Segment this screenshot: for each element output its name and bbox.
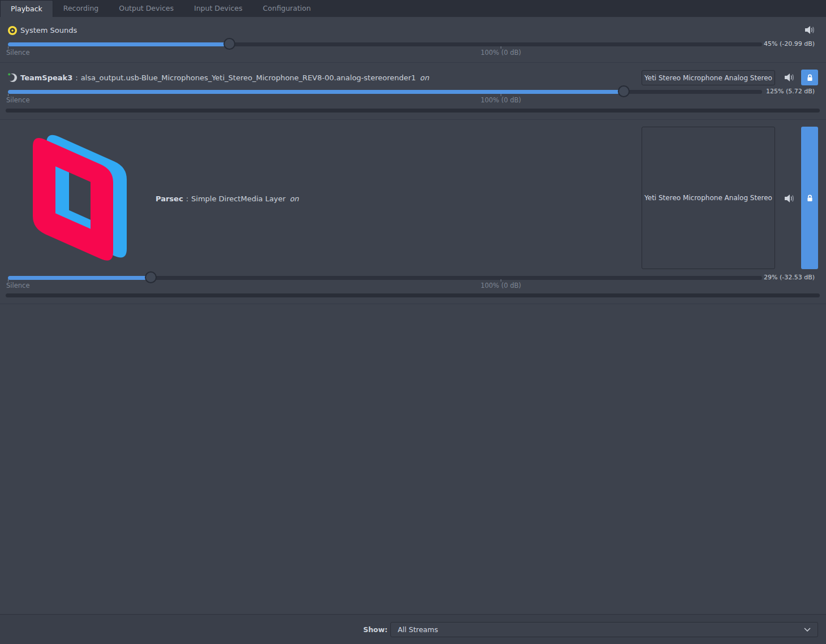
parsec-mute-toggle-speaker-icon[interactable]	[783, 193, 795, 204]
footer-bar: Show: All Streams	[0, 614, 826, 644]
media-name: alsa_output.usb-Blue_Microphones_Yeti_St…	[81, 74, 416, 82]
teamspeak-lock-channels-button[interactable]	[801, 70, 818, 85]
lock-icon	[806, 74, 814, 82]
section-divider	[0, 304, 826, 304]
teamspeak-peak-meter	[6, 109, 820, 113]
parsec-stream-title: Parsec:Simple DirectMedia Layeron	[156, 195, 299, 203]
teamspeak-app-icon	[7, 72, 18, 83]
slider-fill	[8, 276, 151, 280]
system-volume-value: 45% (-20.99 dB)	[764, 40, 815, 47]
teamspeak-volume-value: 125% (5.72 dB)	[766, 88, 815, 95]
app-name: TeamSpeak3	[20, 74, 72, 82]
tab-output-devices[interactable]: Output Devices	[109, 0, 184, 17]
teamspeak-stream-title: TeamSpeak3:alsa_output.usb-Blue_Micropho…	[20, 74, 429, 82]
parsec-volume-value: 29% (-32.53 dB)	[764, 274, 815, 281]
tab-bar: Playback Recording Output Devices Input …	[0, 0, 826, 17]
stream-filter-selected-value: All Streams	[398, 625, 438, 634]
chevron-down-icon	[804, 628, 811, 632]
parsec-device-button[interactable]: Yeti Stereo Microphone Analog Stereo	[642, 127, 775, 269]
system-sounds-icon	[7, 25, 18, 36]
hundred-percent-label: 100% (0 dB)	[480, 49, 521, 57]
teamspeak-slider-scale: Silence 100% (0 dB)	[8, 96, 762, 103]
slider-fill	[8, 42, 230, 46]
tab-recording[interactable]: Recording	[53, 0, 109, 17]
silence-label: Silence	[6, 282, 29, 289]
teamspeak-mute-toggle-speaker-icon[interactable]	[783, 72, 795, 83]
stream-state: on	[420, 74, 429, 82]
parsec-slider-scale: Silence 100% (0 dB)	[8, 281, 762, 289]
stream-state: on	[290, 195, 299, 203]
silence-label: Silence	[6, 49, 29, 57]
parsec-app-icon	[31, 126, 127, 271]
system-slider-scale: Silence 100% (0 dB)	[8, 48, 762, 56]
silence-label: Silence	[6, 96, 29, 104]
teamspeak-device-button[interactable]: Yeti Stereo Microphone Analog Stereo	[642, 70, 775, 85]
section-divider	[0, 62, 826, 63]
lock-icon	[806, 194, 814, 202]
tab-configuration[interactable]: Configuration	[253, 0, 321, 17]
pavucontrol-window: Playback Recording Output Devices Input …	[0, 0, 826, 644]
tab-playback[interactable]: Playback	[0, 0, 53, 17]
hundred-percent-label: 100% (0 dB)	[480, 282, 521, 289]
tab-input-devices[interactable]: Input Devices	[184, 0, 253, 17]
section-divider	[0, 119, 826, 120]
system-sounds-title: System Sounds	[20, 26, 77, 34]
media-name: Simple DirectMedia Layer	[191, 195, 286, 203]
parsec-peak-meter	[6, 293, 820, 297]
hundred-percent-label: 100% (0 dB)	[480, 96, 521, 104]
stream-filter-dropdown[interactable]: All Streams	[390, 622, 818, 637]
show-label: Show:	[363, 625, 388, 634]
app-name: Parsec	[156, 195, 183, 203]
slider-fill	[8, 90, 624, 94]
system-mute-toggle-speaker-icon[interactable]	[803, 24, 816, 36]
parsec-lock-channels-button[interactable]	[801, 127, 818, 269]
